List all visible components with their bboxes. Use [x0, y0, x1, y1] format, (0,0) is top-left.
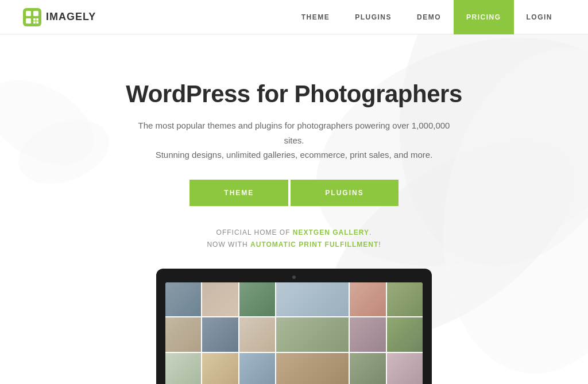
laptop-screen: [165, 282, 423, 384]
svg-rect-7: [36, 21, 38, 24]
hero-subtitle: The most popular themes and plugins for …: [127, 118, 461, 162]
now-with-label: NOW WITH: [207, 241, 247, 249]
nav-links: THEME PLUGINS DEMO PRICING LOGIN: [289, 0, 565, 34]
svg-rect-3: [26, 18, 31, 24]
hero-title: WordPress for Photographers: [126, 80, 462, 108]
plugins-button[interactable]: PLUGINS: [291, 180, 398, 206]
svg-rect-6: [33, 21, 36, 24]
nav-plugins[interactable]: PLUGINS: [342, 0, 404, 34]
laptop-frame: [156, 269, 432, 384]
svg-rect-5: [36, 18, 38, 21]
svg-rect-1: [26, 11, 31, 16]
hero-section: WordPress for Photographers The most pop…: [0, 34, 588, 384]
photo-4: [276, 282, 349, 317]
hero-subtitle-line2: Stunning designs, unlimited galleries, e…: [156, 150, 433, 160]
photo-8: [202, 317, 238, 352]
photo-14: [202, 353, 238, 384]
photo-11: [350, 317, 385, 352]
photo-3: [239, 282, 275, 317]
photo-7: [165, 317, 201, 352]
brand-name: IMAGELY: [46, 11, 96, 23]
navbar: IMAGELY THEME PLUGINS DEMO PRICING LOGIN: [0, 0, 588, 34]
photo-6: [387, 282, 423, 317]
laptop-mockup: [156, 269, 432, 384]
photo-5: [350, 282, 385, 317]
hero-buttons: THEME PLUGINS: [126, 180, 462, 206]
laptop-camera: [292, 276, 296, 279]
nav-demo[interactable]: DEMO: [404, 0, 454, 34]
logo-icon: [23, 8, 41, 26]
photo-2: [202, 282, 238, 317]
photo-9: [239, 317, 275, 352]
laptop-bezel: [156, 269, 432, 384]
theme-button[interactable]: THEME: [189, 180, 288, 206]
nav-login[interactable]: LOGIN: [514, 0, 566, 34]
exclamation: !: [378, 241, 381, 249]
hero-content: WordPress for Photographers The most pop…: [126, 34, 462, 251]
svg-rect-0: [23, 8, 41, 26]
photo-16: [276, 353, 349, 384]
hero-subtitle-line1: The most popular themes and plugins for …: [138, 121, 450, 145]
logo[interactable]: IMAGELY: [23, 8, 96, 26]
nav-theme[interactable]: THEME: [289, 0, 343, 34]
nav-pricing[interactable]: PRICING: [454, 0, 514, 34]
official-dot: .: [369, 228, 372, 236]
photo-13: [165, 353, 201, 384]
photo-15: [239, 353, 275, 384]
photo-12: [387, 317, 423, 352]
official-prefix: OFFICIAL HOME OF: [216, 228, 291, 236]
photo-18: [387, 353, 423, 384]
photo-1: [165, 282, 201, 317]
svg-rect-4: [33, 18, 36, 21]
nextgen-gallery-link[interactable]: NEXTGEN GALLERY: [293, 228, 369, 236]
svg-rect-2: [33, 11, 38, 16]
print-fulfillment-link[interactable]: AUTOMATIC PRINT FULFILLMENT: [250, 241, 378, 249]
photo-10: [276, 317, 349, 352]
hero-official-text: OFFICIAL HOME OF NEXTGEN GALLERY. NOW WI…: [126, 227, 462, 251]
photo-17: [350, 353, 385, 384]
